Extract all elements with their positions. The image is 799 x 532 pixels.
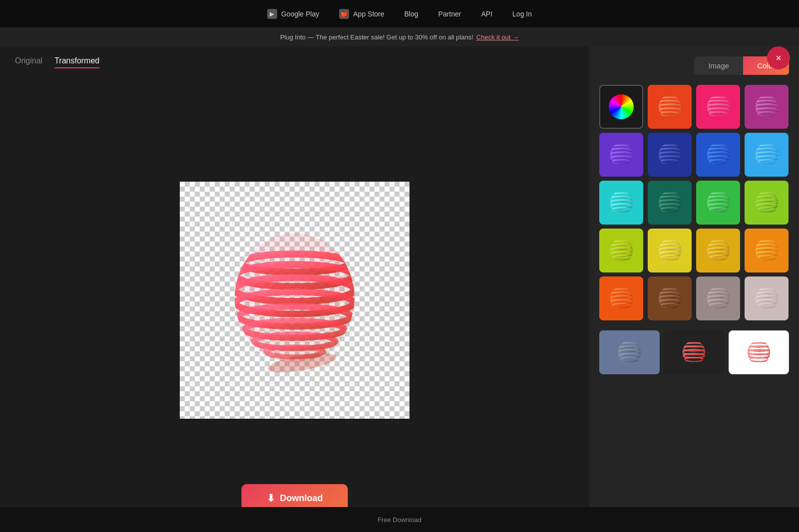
color-swatch-light-blue[interactable]: [745, 133, 789, 177]
app-store-link[interactable]: 🍎 App Store: [339, 9, 384, 19]
partner-link[interactable]: Partner: [438, 10, 461, 18]
swatch-globe-icon: [702, 282, 735, 315]
promo-bar: Plug Into — The perfect Easter sale! Get…: [0, 27, 799, 46]
swatch-globe-icon: [605, 282, 638, 315]
swatch-globe-icon: [702, 187, 735, 219]
swatch-globe-icon: [605, 139, 638, 171]
toggle-row: Image Color: [599, 56, 789, 75]
color-swatch-purple[interactable]: [599, 133, 643, 177]
color-swatch-blue-gray[interactable]: [599, 330, 660, 374]
download-label: Download: [280, 493, 323, 504]
tab-original[interactable]: Original: [15, 56, 42, 68]
color-swatch-green[interactable]: [696, 181, 740, 225]
color-swatch-teal[interactable]: [648, 181, 692, 225]
color-wheel-icon: [609, 94, 634, 119]
api-link[interactable]: API: [481, 10, 492, 18]
svg-point-118: [709, 303, 727, 307]
svg-point-88: [660, 256, 679, 260]
top-bar: ▶ Google Play 🍎 App Store Blog Partner A…: [0, 0, 799, 27]
extra-swatches-row: [599, 330, 789, 374]
svg-point-130: [620, 357, 639, 361]
canvas-area: [15, 78, 574, 522]
free-download-label: Free Download: [378, 516, 421, 524]
google-play-icon: ▶: [267, 9, 277, 19]
svg-point-16: [660, 112, 679, 116]
promo-text: Plug Into — The perfect Easter sale! Get…: [280, 33, 473, 41]
image-canvas: [180, 182, 409, 419]
color-swatch-dark-blue[interactable]: [648, 133, 692, 177]
color-swatch-yellow[interactable]: [648, 229, 692, 272]
swatch-globe-icon: [702, 235, 735, 267]
color-swatch-purple-pink[interactable]: [745, 85, 789, 129]
swatch-globe-icon: [654, 187, 686, 219]
svg-point-28: [757, 112, 776, 116]
svg-point-142: [750, 357, 768, 361]
color-swatch-gray[interactable]: [696, 276, 740, 320]
svg-point-124: [757, 303, 776, 307]
api-label: API: [481, 10, 492, 18]
color-swatch-hot-pink[interactable]: [696, 85, 740, 129]
swatch-globe-icon: [678, 336, 710, 369]
svg-point-52: [757, 160, 776, 164]
svg-point-64: [660, 208, 679, 212]
swatch-globe-icon: [702, 91, 735, 123]
google-play-link[interactable]: ▶ Google Play: [267, 9, 319, 19]
close-button[interactable]: ×: [767, 46, 790, 69]
svg-point-70: [709, 208, 727, 212]
svg-point-46: [709, 160, 727, 164]
swatch-globe-icon: [654, 91, 686, 123]
color-swatch-cyan[interactable]: [599, 181, 643, 225]
color-swatch-light-green[interactable]: [745, 181, 789, 225]
right-panel: Image Color: [589, 46, 799, 532]
apple-icon: 🍎: [339, 9, 349, 19]
promo-link[interactable]: Check it out →: [476, 33, 519, 41]
svg-point-58: [612, 208, 630, 212]
color-swatch-white[interactable]: [729, 330, 789, 374]
color-swatch-light-gray[interactable]: [745, 276, 789, 320]
swatch-globe-icon: [654, 235, 686, 267]
color-swatch-yellow-green[interactable]: [599, 229, 643, 272]
download-icon: ⬇: [267, 492, 275, 504]
swatch-globe-icon: [702, 139, 735, 171]
svg-point-136: [685, 357, 703, 361]
image-toggle-button[interactable]: Image: [694, 56, 743, 75]
globe-image: [220, 221, 370, 380]
svg-point-22: [709, 112, 727, 116]
tabs-row: Original Transformed: [15, 56, 574, 68]
tab-transformed[interactable]: Transformed: [54, 56, 99, 68]
color-swatch-blue[interactable]: [696, 133, 740, 177]
partner-label: Partner: [438, 10, 461, 18]
swatch-globe-icon: [751, 235, 783, 267]
login-link[interactable]: Log In: [512, 10, 532, 18]
color-swatch-brown[interactable]: [648, 276, 692, 320]
swatch-globe-icon: [605, 187, 638, 219]
svg-point-82: [612, 256, 630, 260]
blog-link[interactable]: Blog: [404, 10, 418, 18]
color-swatch-orange[interactable]: [745, 229, 789, 272]
svg-point-112: [660, 303, 679, 307]
main-container: Original Transformed: [0, 46, 799, 532]
svg-point-34: [612, 160, 630, 164]
swatch-globe-icon: [605, 235, 638, 267]
swatch-globe-icon: [751, 282, 783, 315]
swatch-globe-icon: [654, 282, 686, 315]
color-swatch-gold[interactable]: [696, 229, 740, 272]
color-swatch-dark[interactable]: [664, 330, 724, 374]
svg-point-40: [660, 160, 679, 164]
svg-point-106: [612, 303, 630, 307]
color-swatch-orange-red[interactable]: [648, 85, 692, 129]
svg-point-94: [709, 256, 727, 260]
swatch-globe-icon: [743, 336, 775, 369]
svg-point-100: [757, 256, 776, 260]
swatch-globe-icon: [751, 91, 783, 123]
svg-point-76: [757, 208, 776, 212]
google-play-label: Google Play: [281, 10, 319, 18]
swatch-globe-icon: [613, 336, 646, 369]
color-swatch-custom[interactable]: [599, 85, 643, 129]
swatch-globe-icon: [751, 187, 783, 219]
color-swatches-grid: [599, 85, 789, 320]
swatch-globe-icon: [654, 139, 686, 171]
left-panel: Original Transformed: [0, 46, 589, 532]
bottom-bar: Free Download: [0, 507, 799, 532]
color-swatch-orange-red2[interactable]: [599, 276, 643, 320]
